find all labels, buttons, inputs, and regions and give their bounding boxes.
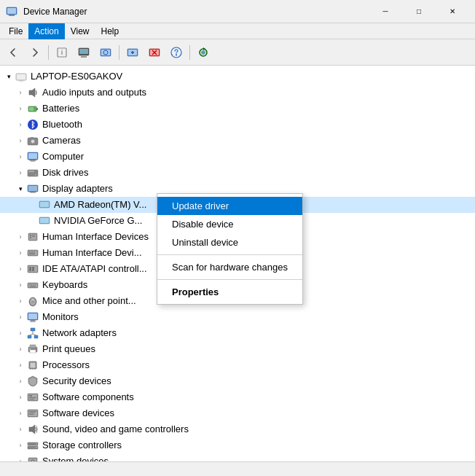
svg-rect-109 xyxy=(29,413,35,413)
back-button[interactable] xyxy=(3,42,23,63)
toggle-diskdrives[interactable]: › xyxy=(15,167,26,179)
close-button[interactable]: ✕ xyxy=(436,0,469,23)
menu-view[interactable]: View xyxy=(65,23,95,39)
amdgpu-label: AMD Radeon(TM) V... xyxy=(54,197,146,213)
toggle-keyboards[interactable]: › xyxy=(15,279,26,291)
toggle-computer[interactable]: › xyxy=(15,151,26,163)
toggle-cameras[interactable]: › xyxy=(15,135,26,147)
main-content[interactable]: ▾ LAPTOP-ES0GAKOV › Audio inputs and xyxy=(0,66,475,461)
svg-rect-37 xyxy=(28,171,34,172)
tree-item-sound[interactable]: › Sound, video and game controllers xyxy=(0,421,475,437)
svg-rect-47 xyxy=(30,235,31,236)
toggle-audio[interactable]: › xyxy=(15,87,26,98)
softdev-icon xyxy=(26,407,39,420)
toggle-bluetooth[interactable]: › xyxy=(15,119,26,130)
tree-item-security[interactable]: › Security devices xyxy=(0,373,475,389)
tree-item-softdev[interactable]: › Software devices xyxy=(0,405,475,421)
svg-rect-23 xyxy=(36,108,38,110)
svg-point-29 xyxy=(31,140,34,143)
toggle-security[interactable]: › xyxy=(15,375,26,387)
help-button[interactable] xyxy=(166,42,187,63)
toggle-storage[interactable]: › xyxy=(15,440,26,451)
toggle-mice[interactable]: › xyxy=(15,295,26,307)
tree-item-bluetooth[interactable]: › ᛒ Bluetooth xyxy=(0,117,475,133)
refresh-button[interactable] xyxy=(193,42,213,63)
toggle-system[interactable]: › xyxy=(15,456,26,461)
batteries-icon xyxy=(26,102,39,115)
toolbar: i xyxy=(0,39,475,66)
tree-item-system[interactable]: › System devices xyxy=(0,453,475,461)
toggle-sound[interactable]: › xyxy=(15,424,26,435)
svg-marker-111 xyxy=(29,425,35,434)
scan-button[interactable] xyxy=(95,42,116,63)
svg-rect-2 xyxy=(7,8,16,14)
nvidiagpu-icon xyxy=(38,214,51,227)
tree-root[interactable]: ▾ LAPTOP-ES0GAKOV xyxy=(0,69,475,85)
toggle-print[interactable]: › xyxy=(15,343,26,355)
tree-item-batteries[interactable]: › Batteries xyxy=(0,101,475,117)
softcomp-label: Software components xyxy=(42,389,134,405)
context-menu-update-driver[interactable]: Update driver xyxy=(157,197,302,215)
svg-rect-88 xyxy=(31,363,35,367)
svg-rect-60 xyxy=(32,267,34,271)
nvidiagpu-label: NVIDIA GeForce G... xyxy=(54,213,142,229)
tree-item-softcomp[interactable]: › Software components xyxy=(0,389,475,405)
svg-rect-19 xyxy=(17,79,25,81)
tree-item-monitors[interactable]: › Monitors xyxy=(0,309,475,325)
tree-item-computer[interactable]: › Computer xyxy=(0,149,475,165)
properties-button[interactable]: i xyxy=(52,42,72,63)
title-bar-title: Device Manager xyxy=(23,7,87,17)
tree-item-print[interactable]: › Print queues xyxy=(0,341,475,357)
svg-point-114 xyxy=(36,443,37,445)
tree-item-storage[interactable]: › Storage controllers xyxy=(0,437,475,453)
menu-help[interactable]: Help xyxy=(95,23,125,39)
toggle-firmware[interactable]: › xyxy=(15,231,26,243)
svg-rect-84 xyxy=(30,350,36,353)
svg-rect-83 xyxy=(30,345,36,348)
tree-item-audio[interactable]: › Audio inputs and outputs xyxy=(0,85,475,101)
toggle-softdev[interactable]: › xyxy=(15,407,26,419)
svg-line-81 xyxy=(33,334,36,335)
toggle-displayadapters[interactable]: ▾ xyxy=(15,183,26,195)
minimize-button[interactable]: ─ xyxy=(369,0,402,23)
toggle-network[interactable]: › xyxy=(15,327,26,339)
tree-item-network[interactable]: › Network adapters xyxy=(0,325,475,341)
svg-rect-85 xyxy=(29,348,31,350)
context-menu-scan-hardware[interactable]: Scan for hardware changes xyxy=(157,258,302,276)
toggle-batteries[interactable]: › xyxy=(15,103,26,114)
toggle-ide[interactable]: › xyxy=(15,263,26,275)
maximize-button[interactable]: □ xyxy=(402,0,436,23)
toggle-root[interactable]: ▾ xyxy=(3,71,15,82)
svg-rect-75 xyxy=(30,321,36,322)
print-label: Print queues xyxy=(42,341,95,357)
tree-item-diskdrives[interactable]: › Disk drives xyxy=(0,165,475,181)
security-icon xyxy=(26,375,39,388)
toggle-softcomp[interactable]: › xyxy=(15,391,26,403)
svg-rect-53 xyxy=(29,251,31,253)
toggle-hid[interactable]: › xyxy=(15,247,26,259)
menu-action[interactable]: Action xyxy=(28,23,64,39)
tree-item-processors[interactable]: › xyxy=(0,357,475,373)
delete-button[interactable] xyxy=(144,42,165,63)
tree-item-cameras[interactable]: › Cameras xyxy=(0,133,475,149)
svg-point-36 xyxy=(35,174,37,176)
forward-button[interactable] xyxy=(25,42,45,63)
toggle-monitors[interactable]: › xyxy=(15,311,26,323)
batteries-label: Batteries xyxy=(42,101,79,117)
add-device-button[interactable] xyxy=(122,42,143,63)
context-menu-properties[interactable]: Properties xyxy=(157,283,302,301)
hid-label: Human Interface Devi... xyxy=(42,245,142,261)
svg-rect-76 xyxy=(31,328,35,331)
toolbar-sep-2 xyxy=(119,45,119,60)
menu-file[interactable]: File xyxy=(3,23,28,39)
context-menu-disable-device[interactable]: Disable device xyxy=(157,215,302,233)
audio-label: Audio inputs and outputs xyxy=(42,85,146,101)
toggle-processors[interactable]: › xyxy=(15,359,26,371)
context-menu-uninstall-device[interactable]: Uninstall device xyxy=(157,233,302,251)
svg-rect-110 xyxy=(29,414,34,415)
svg-rect-66 xyxy=(35,284,36,285)
svg-rect-6 xyxy=(79,49,88,54)
computer-icon xyxy=(26,150,39,163)
amdgpu-icon xyxy=(38,198,51,211)
update-driver-button[interactable] xyxy=(74,42,94,63)
